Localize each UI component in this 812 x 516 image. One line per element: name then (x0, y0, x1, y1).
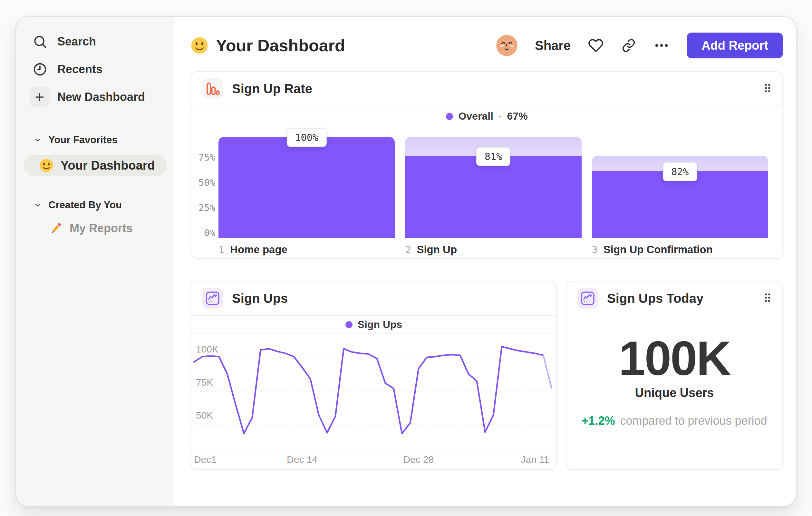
card-title: Sign Ups (232, 291, 288, 306)
metric-delta: +1.2%compared to previous period (567, 414, 782, 428)
funnel-bar-home-page[interactable]: 100% (219, 127, 395, 238)
line-chart-plot: 100K75K50K (192, 334, 556, 450)
sidebar: Search Recents New Dashboard Your Favori… (16, 17, 174, 506)
y-tick-label: 75K (196, 377, 213, 388)
card-title: Sign Ups Today (607, 291, 703, 306)
conversion-badge: 82% (663, 162, 697, 181)
copy-link-icon[interactable] (621, 38, 636, 53)
funnel-solid-bar (405, 156, 581, 238)
step-label: 3 Sign Up Confirmation (592, 243, 768, 256)
x-tick-label: Jan 11 (521, 454, 549, 465)
search-icon (32, 34, 48, 49)
line-chart-svg (192, 334, 556, 449)
y-tick-label: 100K (196, 344, 219, 355)
card-header: Sign Ups Today (567, 281, 782, 315)
funnel-y-axis: 0%25%50%75% (193, 127, 216, 238)
sidebar-item-label: Recents (57, 62, 103, 76)
delta-note: compared to previous period (620, 414, 767, 427)
conversion-badge: 81% (476, 147, 511, 166)
sidebar-item-label: Your Dashboard (61, 159, 155, 172)
sidebar-item-new-dashboard[interactable]: New Dashboard (24, 86, 167, 108)
card-title: Sign Up Rate (232, 82, 312, 96)
sign-ups-today-card: Sign Ups Today 100K Unique Users +1.2%co… (566, 281, 783, 470)
funnel-bar-sign-up[interactable]: 81% (405, 127, 581, 238)
section-label: Created By You (48, 199, 122, 211)
line-legend: Sign Ups (192, 316, 556, 334)
sidebar-item-search[interactable]: Search (24, 31, 167, 52)
funnel-plot: 100% 81% 82% (219, 127, 768, 238)
step-label: 2 Sign Up (405, 243, 581, 256)
sidebar-item-label: Search (57, 35, 96, 48)
line-chart-icon (202, 288, 223, 309)
legend-separator: · (498, 110, 502, 122)
x-tick-label: Dec1 (194, 454, 216, 465)
page-title-text: Your Dashboard (216, 36, 345, 55)
legend-value: 67% (507, 110, 528, 122)
page-title: Your Dashboard (191, 36, 345, 55)
legend-label[interactable]: Sign Ups (358, 319, 402, 331)
y-tick-label: 50% (199, 177, 215, 188)
card-header: Sign Ups (192, 281, 556, 316)
line-chart-icon (577, 288, 598, 309)
funnel-step-labels: 1 Home page 2 Sign Up 3 Sign Up Confirma… (206, 243, 768, 256)
drag-handle-icon[interactable] (764, 293, 772, 304)
delta-percentage: +1.2% (582, 414, 615, 427)
sidebar-item-label: New Dashboard (57, 90, 145, 104)
section-label: Your Favorites (48, 134, 118, 146)
app-window: Search Recents New Dashboard Your Favori… (16, 16, 796, 507)
step-label: 1 Home page (219, 243, 395, 256)
more-options-icon[interactable] (654, 38, 669, 53)
smiley-emoji (191, 37, 208, 54)
clock-icon (32, 62, 48, 77)
bottom-cards-row: Sign Ups Sign Ups 100K75K50K Dec1Dec 14D… (191, 281, 783, 470)
legend-dot[interactable] (345, 321, 352, 328)
step-index: 2 (405, 244, 411, 255)
x-tick-label: Dec 28 (403, 454, 434, 465)
sidebar-section-created-by-you[interactable]: Created By You (24, 198, 167, 212)
funnel-chart: 0%25%50%75% 100% 81% 8 (206, 127, 768, 238)
add-report-button[interactable]: Add Report (687, 33, 783, 58)
legend-label[interactable]: Overall (458, 110, 493, 122)
funnel-legend: Overall · 67% (192, 106, 782, 127)
y-tick-label: 75% (199, 152, 215, 163)
sidebar-section-your-favorites[interactable]: Your Favorites (24, 133, 167, 147)
drag-handle-icon[interactable] (764, 83, 772, 94)
sign-ups-card: Sign Ups Sign Ups 100K75K50K Dec1Dec 14D… (191, 281, 557, 470)
main-content: Your Dashboard Share Add Report (174, 17, 796, 506)
x-tick-label: Dec 14 (287, 454, 317, 465)
smiley-emoji (39, 158, 54, 172)
y-tick-label: 50K (196, 410, 213, 421)
sidebar-item-label: My Reports (69, 222, 133, 235)
plus-icon (30, 87, 50, 107)
sign-up-rate-card: Sign Up Rate Overall · 67% 0%25%50%75% 1… (191, 71, 783, 259)
y-tick-label: 25% (199, 202, 215, 213)
step-name: Home page (230, 243, 287, 256)
avatar[interactable] (496, 35, 518, 56)
sidebar-item-my-reports[interactable]: My Reports (24, 220, 167, 237)
conversion-badge: 100% (287, 128, 327, 147)
step-name: Sign Up (417, 243, 457, 256)
metric-value: 100K (567, 333, 782, 384)
step-index: 1 (219, 244, 224, 255)
chevron-down-icon (33, 136, 42, 144)
sidebar-item-recents[interactable]: Recents (24, 59, 167, 80)
legend-dot[interactable] (446, 113, 453, 120)
dashboard-header: Your Dashboard Share Add Report (191, 32, 783, 59)
funnel-bar-sign-up-confirmation[interactable]: 82% (592, 127, 768, 238)
pencil-emoji (49, 221, 63, 236)
sidebar-item-your-dashboard[interactable]: Your Dashboard (24, 155, 167, 176)
card-header: Sign Up Rate (192, 72, 782, 106)
step-name: Sign Up Confirmation (604, 243, 713, 256)
metric-label: Unique Users (567, 386, 782, 400)
favorite-heart-icon[interactable] (588, 38, 604, 53)
header-controls: Share Add Report (496, 33, 783, 58)
chevron-down-icon (33, 201, 42, 209)
funnel-solid-bar (219, 137, 395, 238)
line-chart-x-axis: Dec1Dec 14Dec 28Jan 11 (192, 450, 556, 470)
share-button[interactable]: Share (535, 38, 571, 53)
step-index: 3 (592, 244, 598, 255)
bar-chart-icon (202, 78, 223, 99)
y-tick-label: 0% (204, 227, 215, 238)
